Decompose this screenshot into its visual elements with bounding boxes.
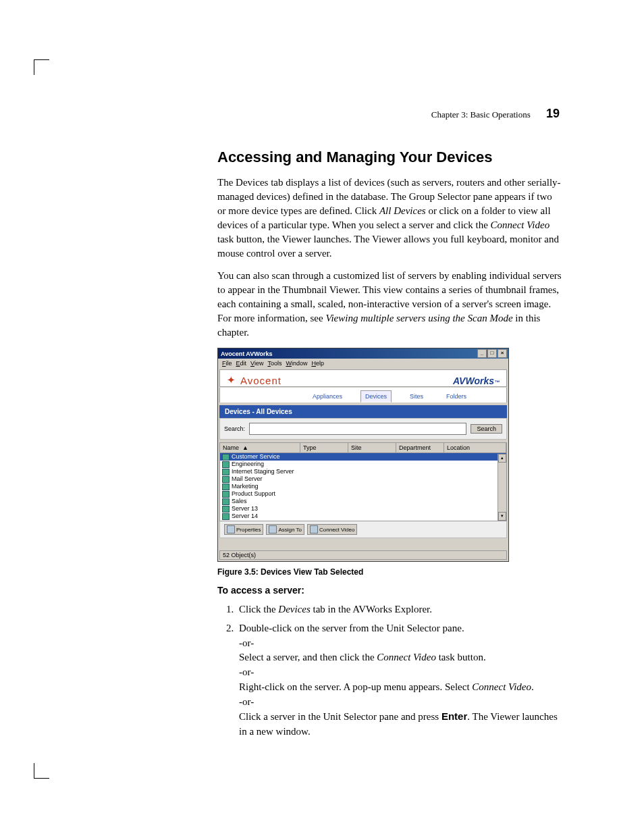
device-icon (222, 491, 230, 498)
brand-right: AVWorks™ (453, 375, 500, 386)
chapter-label: Chapter 3: Basic Operations (431, 109, 531, 120)
table-header: Name ▲ Type Site Department Location (220, 443, 506, 453)
window-titlebar: Avocent AVWorks _ □ × (218, 348, 508, 359)
window-title: Avocent AVWorks (221, 350, 273, 357)
table-row[interactable]: Server 15 (220, 520, 506, 521)
crop-mark-top-left (34, 59, 49, 75)
device-table: Name ▲ Type Site Department Location Cus… (219, 442, 507, 521)
connect-video-button[interactable]: Connect Video (307, 524, 357, 535)
menu-view[interactable]: View (250, 360, 263, 367)
device-icon (222, 454, 230, 461)
table-row[interactable]: Marketing (220, 483, 506, 490)
intro-paragraph-1: The Devices tab displays a list of devic… (217, 176, 562, 261)
device-icon (222, 469, 230, 475)
task-buttons: Properties Assign To Connect Video (219, 521, 507, 538)
table-rows: Customer Service Engineering Internet St… (220, 453, 506, 521)
search-row: Search: Search (219, 418, 507, 440)
brand-text: Avocent (240, 375, 281, 386)
menu-help[interactable]: Help (311, 360, 324, 367)
menu-tools[interactable]: Tools (267, 360, 281, 367)
properties-icon (227, 525, 235, 533)
table-row[interactable]: Server 13 (220, 505, 506, 513)
table-row[interactable]: Internet Staging Server (220, 468, 506, 475)
tab-sites[interactable]: Sites (405, 390, 428, 402)
close-icon[interactable]: × (498, 349, 507, 358)
col-site[interactable]: Site (348, 443, 396, 452)
status-bar: 52 Object(s) (219, 550, 507, 560)
crop-mark-bottom-left (34, 763, 49, 779)
scroll-down-icon[interactable]: ▾ (498, 512, 506, 521)
section-heading: Accessing and Managing Your Devices (217, 149, 562, 166)
search-input[interactable] (249, 423, 466, 435)
device-icon (222, 513, 230, 520)
step-2: Double-click on the server from the Unit… (236, 621, 562, 739)
device-icon (222, 484, 230, 490)
maximize-icon[interactable]: □ (487, 349, 497, 358)
logo-icon: ✦ (227, 374, 236, 386)
intro-paragraph-2: You can also scan through a customized l… (217, 269, 562, 340)
tab-folders[interactable]: Folders (441, 390, 471, 402)
video-icon (310, 525, 318, 533)
col-type[interactable]: Type (300, 443, 348, 452)
minimize-icon[interactable]: _ (477, 349, 487, 358)
device-icon (222, 461, 230, 468)
brand-row: ✦ Avocent AVWorks™ (219, 369, 507, 387)
search-button[interactable]: Search (471, 424, 502, 434)
table-row[interactable]: Sales (220, 498, 506, 505)
assign-to-button[interactable]: Assign To (266, 524, 304, 535)
app-window: Avocent AVWorks _ □ × File Edit View Too… (217, 348, 509, 562)
table-row[interactable]: Mail Server (220, 475, 506, 483)
menubar: File Edit View Tools Window Help (218, 359, 508, 368)
menu-file[interactable]: File (222, 360, 232, 367)
table-row[interactable]: Server 14 (220, 513, 506, 520)
view-tabs: Appliances Devices Sites Folders (219, 388, 507, 402)
table-row[interactable]: Engineering (220, 461, 506, 468)
figure-caption: Figure 3.5: Devices View Tab Selected (217, 567, 562, 577)
col-department[interactable]: Department (396, 443, 444, 452)
running-header: Chapter 3: Basic Operations 19 (431, 107, 560, 121)
scroll-up-icon[interactable]: ▴ (498, 454, 506, 463)
search-label: Search: (224, 425, 245, 432)
menu-edit[interactable]: Edit (236, 360, 247, 367)
assign-icon (269, 525, 277, 533)
device-icon (222, 498, 230, 505)
procedure-heading: To access a server: (217, 585, 562, 596)
procedure-steps: Click the Devices tab in the AVWorks Exp… (217, 602, 562, 739)
pane-title: Devices - All Devices (219, 405, 507, 418)
scrollbar[interactable]: ▴ ▾ (498, 454, 506, 521)
tab-appliances[interactable]: Appliances (308, 390, 347, 402)
properties-button[interactable]: Properties (224, 524, 263, 535)
step-1: Click the Devices tab in the AVWorks Exp… (236, 602, 562, 617)
table-row[interactable]: Product Support (220, 490, 506, 498)
tab-devices[interactable]: Devices (360, 390, 392, 402)
page-number: 19 (546, 107, 560, 120)
col-name[interactable]: Name ▲ (220, 443, 300, 452)
menu-window[interactable]: Window (286, 360, 307, 367)
device-icon (222, 506, 230, 513)
brand-left: ✦ Avocent (227, 374, 281, 386)
device-icon (222, 476, 230, 483)
col-location[interactable]: Location (444, 443, 506, 452)
device-icon (222, 521, 230, 521)
table-row[interactable]: Customer Service (220, 453, 506, 461)
